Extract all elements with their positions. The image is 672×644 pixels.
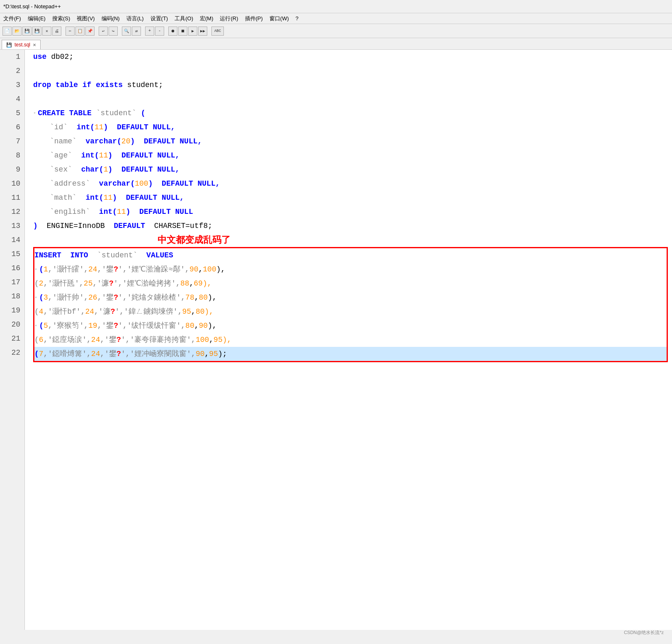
menu-bar: 文件(F) 编辑(E) 搜索(S) 视图(V) 编码(N) 语言(L) 设置(T…: [0, 13, 672, 24]
menu-tools[interactable]: 工具(O): [175, 15, 193, 22]
tab-test-sql[interactable]: 💾 test.sql ✕: [2, 40, 41, 49]
menu-search[interactable]: 搜索(S): [52, 15, 70, 22]
line-num-21: 21: [0, 332, 24, 346]
code-line-1: use db02;: [33, 50, 672, 64]
tb-macro-stop[interactable]: ⏹: [178, 27, 187, 36]
line-num-5: 5: [0, 106, 24, 120]
code-line-17: (2,'灏忓瓱',25,'濂?','娌℃湁崄拷拷',88,69),: [34, 276, 667, 291]
tb-save[interactable]: 💾: [22, 27, 32, 36]
line-num-17: 17: [0, 275, 24, 289]
tb-replace[interactable]: ⇄: [132, 27, 141, 36]
menu-plugins[interactable]: 插件(P): [245, 15, 263, 22]
code-line-6: `id` int(11) DEFAULT NULL,: [33, 120, 672, 134]
tb-macro-rec[interactable]: ⏺: [168, 27, 177, 36]
code-line-12: `english` int(11) DEFAULT NULL: [33, 205, 672, 219]
menu-macro[interactable]: 宏(M): [200, 15, 213, 22]
tb-abc[interactable]: ABC: [211, 27, 224, 36]
code-line-10: `address` varchar(100) DEFAULT NULL,: [33, 177, 672, 191]
menu-edit[interactable]: 编辑(E): [28, 15, 46, 22]
toolbar: 📄 📂 💾 💾 ✕ 🖨 ✂ 📋 📌 ↩ ↪ 🔍 ⇄ + - ⏺ ⏹ ▶ ▶▶ A…: [0, 24, 672, 38]
line-num-19: 19: [0, 303, 24, 317]
line-num-16: 16: [0, 261, 24, 275]
menu-encode[interactable]: 编码(N): [102, 15, 120, 22]
code-line-3: drop table if exists student;: [33, 78, 672, 92]
line-num-6: 6: [0, 120, 24, 134]
code-line-15: INSERT INTO `student` VALUES: [34, 248, 667, 262]
menu-view[interactable]: 视图(V): [77, 15, 95, 22]
code-line-21: (6,'鐚庢场涙',24,'鐢?','褰夸箻褰挎挎窗',100,95),: [34, 333, 667, 347]
line-num-10: 10: [0, 177, 24, 191]
code-line-18: ▫(3,'灏忓帅',26,'鐢?','姹熻タ鐪梌楂',78,80),: [34, 291, 667, 305]
menu-settings[interactable]: 设置(T): [150, 15, 168, 22]
line-num-20: 20: [0, 317, 24, 332]
line-numbers: 1 2 3 4 5 6 7 8 9 10 11 12 13 14 15 16 1…: [0, 50, 25, 630]
code-line-4: [33, 92, 672, 106]
line-num-1: 1: [0, 50, 24, 64]
tb-undo[interactable]: ↩: [99, 27, 108, 36]
tb-copy[interactable]: 📋: [75, 27, 85, 36]
tb-macro-run[interactable]: ▶▶: [198, 27, 207, 36]
line-num-8: 8: [0, 148, 24, 162]
tb-redo[interactable]: ↪: [109, 27, 118, 36]
menu-run[interactable]: 运行(R): [220, 15, 238, 22]
code-line-14: 中文都变成乱码了: [33, 233, 672, 247]
code-line-22: (7,'鐚嗗煿篝',24,'鐢?','娌冲崡寮閿戝窗',90,95);: [34, 347, 667, 361]
annotation-text: 中文都变成乱码了: [158, 233, 230, 247]
line-num-22: 22: [0, 346, 24, 360]
line-num-3: 3: [0, 78, 24, 92]
line-num-14: 14: [0, 233, 24, 247]
tab-label: test.sql: [15, 42, 30, 48]
code-line-16: ▫(1,'灏忓皬',24,'鐢?','娌℃湁瀹跺≈鄬',90,100),: [34, 262, 667, 276]
tb-new[interactable]: 📄: [2, 27, 12, 36]
tb-cut[interactable]: ✂: [66, 27, 75, 36]
tb-zoom-in[interactable]: +: [145, 27, 154, 36]
line-num-4: 4: [0, 92, 24, 106]
tb-zoom-out[interactable]: -: [155, 27, 164, 36]
line-num-7: 7: [0, 134, 24, 148]
title-bar: *D:\test.sql - Notepad++: [0, 0, 672, 13]
code-line-19: (4,'灏忓bf',24,'濂?','鍏ㄥ鐪鍧堜倴',95,80),: [34, 305, 667, 319]
tb-paste[interactable]: 📌: [85, 27, 95, 36]
tb-close[interactable]: ✕: [42, 27, 51, 36]
tb-find[interactable]: 🔍: [122, 27, 131, 36]
watermark: CSDN@绝水长流*z: [624, 629, 664, 636]
menu-window[interactable]: 窗口(W): [269, 15, 289, 22]
tab-save-icon: 💾: [6, 42, 12, 48]
tb-open[interactable]: 📂: [12, 27, 22, 36]
menu-file[interactable]: 文件(F): [3, 15, 21, 22]
code-line-7: `name` varchar(20) DEFAULT NULL,: [33, 134, 672, 148]
code-line-8: `age` int(11) DEFAULT NULL,: [33, 148, 672, 162]
line-num-13: 13: [0, 219, 24, 233]
line-num-2: 2: [0, 64, 24, 78]
line-num-12: 12: [0, 205, 24, 219]
tb-saveall[interactable]: 💾: [32, 27, 41, 36]
code-area[interactable]: use db02; drop table if exists student; …: [25, 50, 672, 630]
editor: 1 2 3 4 5 6 7 8 9 10 11 12 13 14 15 16 1…: [0, 50, 672, 630]
code-line-20: ▫(5,'寮猴笉',19,'鐢?','绂忓缓绂忓窗',80,90),: [34, 319, 667, 333]
code-line-2: [33, 64, 672, 78]
line-num-15: 15: [0, 247, 24, 261]
tab-close-icon[interactable]: ✕: [33, 43, 36, 47]
line-num-9: 9: [0, 162, 24, 177]
menu-help[interactable]: ?: [296, 15, 298, 22]
code-line-9: `sex` char(1) DEFAULT NULL,: [33, 162, 672, 177]
menu-language[interactable]: 语言(L): [126, 15, 144, 22]
code-line-13: ) ENGINE=InnoDB DEFAULT CHARSET=utf8;: [33, 219, 672, 233]
tb-print[interactable]: 🖨: [52, 27, 61, 36]
tab-bar: 💾 test.sql ✕: [0, 38, 672, 50]
window-title: *D:\test.sql - Notepad++: [3, 3, 61, 10]
tb-macro-play[interactable]: ▶: [188, 27, 197, 36]
red-box: INSERT INTO `student` VALUES ▫(1,'灏忓皬',2…: [33, 247, 668, 362]
code-line-5: ▫CREATE TABLE `student` (: [33, 106, 672, 120]
code-line-11: `math` int(11) DEFAULT NULL,: [33, 191, 672, 205]
line-num-18: 18: [0, 289, 24, 303]
line-num-11: 11: [0, 191, 24, 205]
